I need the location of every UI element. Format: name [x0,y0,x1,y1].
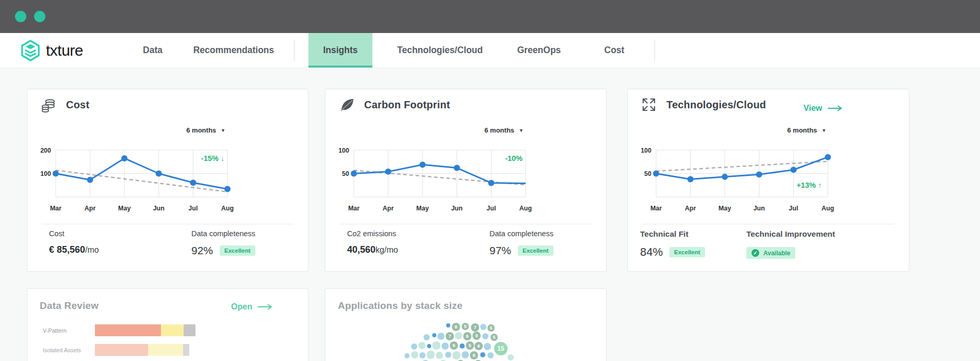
tech-card-header: Technologies/Cloud [641,97,766,112]
data-completeness-stat: Data completeness 92% Excellent [191,229,255,257]
stat-label: Data completeness [191,229,255,238]
stat-value: 97% [489,244,511,257]
svg-text:Aug: Aug [519,205,532,212]
svg-text:Aug: Aug [221,205,234,212]
svg-text:Mar: Mar [650,205,662,212]
svg-text:Apr: Apr [383,205,394,212]
period-value: 6 months [484,126,514,134]
data-review-card: Data Review Open V-Pattern Isolated Asse… [27,288,308,361]
brand-logo[interactable]: txture [21,33,83,68]
nav-divider [294,40,295,61]
badge-label: Available [763,250,790,257]
view-link[interactable]: View [804,104,843,113]
technical-fit-stat: Technical Fit 84% Excellent [640,229,705,259]
window-titlebar [0,0,980,33]
applications-stack-card: Applications by stack size 8575769565615… [325,288,607,361]
cost-card: Cost 6 months ▼ 200100MarAprMayJunJulAug… [27,89,308,272]
svg-text:Jun: Jun [153,205,165,212]
tech-line-chart: 10050MarAprMayJunJulAug+13% ↑ [628,147,844,217]
svg-text:5: 5 [489,325,492,331]
arrow-right-icon [827,105,843,111]
expand-arrows-icon [641,97,657,112]
period-dropdown[interactable]: 6 months ▼ [787,126,826,134]
status-badge: Excellent [518,245,553,256]
nav-item-insights[interactable]: Insights [308,33,372,68]
svg-text:50: 50 [342,170,349,177]
stat-label: Technical Fit [640,229,705,239]
bar-label: Isolated Assets [43,347,95,353]
svg-text:-15% ↓: -15% ↓ [201,154,224,162]
svg-text:-10%: -10% [505,154,522,162]
svg-text:9: 9 [475,333,478,338]
svg-text:Jul: Jul [486,205,496,212]
card-title: Data Review [40,300,99,311]
card-divider [340,224,592,224]
card-title: Technologies/Cloud [666,99,766,111]
svg-text:6: 6 [472,353,475,358]
status-badge: Excellent [669,247,705,257]
stacked-bar [95,344,189,356]
period-value: 6 months [787,126,817,134]
stat-unit: kg/mo [375,245,398,255]
nav-item-technologies-cloud[interactable]: Technologies/Cloud [391,33,489,68]
svg-text:May: May [118,205,130,212]
chevron-down-icon: ▼ [519,128,524,133]
svg-text:Jun: Jun [451,205,463,212]
stacked-bar [95,324,195,336]
svg-text:Jul: Jul [789,205,798,212]
window-dot-icon [15,11,26,22]
svg-text:50: 50 [644,170,651,177]
technologies-cloud-card: Technologies/Cloud View 6 months ▼ 10050… [627,89,909,272]
chevron-down-icon: ▼ [822,128,826,133]
svg-text:6: 6 [466,334,468,339]
stat-label: Technical Improvement [746,229,835,239]
window-dot-icon [34,11,45,22]
co2-emissions-stat: Co2 emissions 40,560kg/mo [347,229,398,255]
svg-text:Apr: Apr [685,205,696,212]
svg-text:Aug: Aug [822,205,834,212]
open-link[interactable]: Open [231,302,273,311]
nav-item-greenops[interactable]: GreenOps [505,33,573,68]
data-completeness-stat: Data completeness 97% Excellent [489,229,553,257]
period-dropdown[interactable]: 6 months ▼ [186,126,225,134]
nav-divider [655,40,655,61]
cost-line-chart: 200100MarAprMayJunJulAug-15% ↓ [27,147,244,217]
available-badge: ✓ Available [746,247,795,259]
svg-text:7: 7 [473,325,476,330]
cost-stat: Cost € 85,560/mo [49,229,99,255]
period-dropdown[interactable]: 6 months ▼ [484,126,524,134]
coins-icon [41,97,56,112]
leaf-icon [339,97,354,112]
card-divider [42,224,293,224]
stat-value: 92% [191,244,213,257]
svg-text:Mar: Mar [348,205,360,212]
brand-name: txture [46,42,83,59]
svg-text:7: 7 [448,334,451,339]
svg-text:5: 5 [493,335,495,340]
svg-text:100: 100 [40,170,51,177]
stack-size-bubble-chart: 85757695656156696 [325,289,607,361]
stat-label: Cost [49,229,99,238]
card-title: Carbon Footprint [364,99,450,111]
nav-item-recommendations[interactable]: Recommendations [187,33,280,68]
stat-value: € 85,560 [49,244,85,255]
txture-logo-icon [21,40,40,61]
svg-text:6: 6 [452,343,455,348]
status-badge: Excellent [220,245,255,256]
review-bar-row: Isolated Assets [43,344,189,356]
svg-text:5: 5 [464,324,466,329]
svg-text:Jul: Jul [188,205,198,212]
stat-value: 40,560 [347,244,375,255]
open-link-label: Open [231,302,252,311]
chevron-down-icon: ▼ [221,128,225,133]
review-bar-row: V-Pattern [43,324,195,336]
nav-item-cost[interactable]: Cost [589,33,640,68]
carbon-footprint-card: Carbon Footprint 6 months ▼ 10050MarAprM… [325,89,607,272]
svg-text:6: 6 [477,343,480,349]
svg-text:8: 8 [454,324,457,330]
svg-text:Mar: Mar [50,205,61,212]
nav-item-data[interactable]: Data [127,33,178,68]
svg-text:100: 100 [338,147,349,154]
svg-text:May: May [718,205,731,212]
stat-unit: /mo [85,245,99,255]
